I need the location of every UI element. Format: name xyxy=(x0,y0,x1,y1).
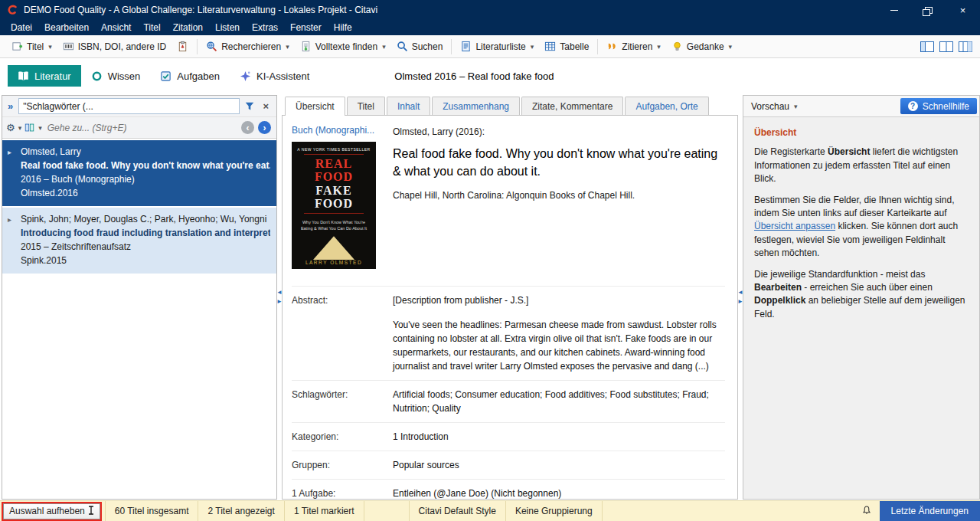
isbn-doi-button[interactable]: ISBN, DOI, andere ID xyxy=(57,38,172,54)
clear-selection-button[interactable]: Auswahl aufheben xyxy=(3,503,100,519)
field-label: Schlagwörter: xyxy=(292,388,385,415)
tab-inhalt[interactable]: Inhalt xyxy=(387,97,430,115)
columns-icon[interactable] xyxy=(24,122,35,133)
tab-zitate-kommentare[interactable]: Zitate, Kommentare xyxy=(521,97,623,115)
tab-literatur[interactable]: Literatur xyxy=(8,65,81,87)
record-header: Buch (Monographi... A NEW YORK TIMES BES… xyxy=(292,125,725,286)
suchen-button[interactable]: Suchen xyxy=(391,38,449,54)
caret-down-icon: ▾ xyxy=(657,43,661,51)
menu-datei[interactable]: Datei xyxy=(5,21,38,34)
restore-button[interactable] xyxy=(911,0,946,20)
status-citation-style[interactable]: Citavi Default Style xyxy=(410,501,506,521)
separator xyxy=(597,39,598,54)
gear-icon[interactable]: ⚙ xyxy=(6,122,15,133)
record-publisher[interactable]: Chapel Hill, North Carolina: Algonquin B… xyxy=(393,190,725,201)
caret-down-icon: ▾ xyxy=(382,43,386,51)
last-changes-label: Letzte Änderungen xyxy=(891,506,969,516)
book-cover[interactable]: A NEW YORK TIMES BESTSELLER REAL FOOD FA… xyxy=(292,142,376,269)
field-label: Kategorien: xyxy=(292,430,385,444)
last-changes-button[interactable]: Letzte Änderungen xyxy=(880,501,980,521)
status-grouping[interactable]: Keine Gruppierung xyxy=(506,501,603,521)
menu-hilfe[interactable]: Hilfe xyxy=(328,21,358,34)
abstract-text: You've seen the headlines: Parmesan chee… xyxy=(393,318,725,373)
status-empty-cell xyxy=(364,501,410,521)
reference-meta: 2016 – Buch (Monographie) xyxy=(21,172,270,186)
status-total-titles: 60 Titel insgesamt xyxy=(105,501,199,521)
layout-three-pane-icon[interactable] xyxy=(957,39,974,54)
menu-extras[interactable]: Extras xyxy=(246,21,284,34)
tab-aufgaben-orte[interactable]: Aufgaben, Orte xyxy=(625,97,708,115)
reference-type-link[interactable]: Buch (Monographi... xyxy=(292,125,374,136)
barcode-icon xyxy=(63,41,74,52)
clipboard-icon xyxy=(177,41,188,52)
menu-bearbeiten[interactable]: Bearbeiten xyxy=(38,21,95,34)
field-value[interactable]: Popular sources xyxy=(393,458,725,472)
reference-authors: Spink, John; Moyer, Douglas C.; Park, Hy… xyxy=(21,212,270,226)
separator xyxy=(197,39,198,54)
quickhelp-button[interactable]: ? Schnellhilfe xyxy=(900,98,977,114)
tab-uebersicht[interactable]: Übersicht xyxy=(285,97,345,116)
zitieren-button[interactable]: Zitieren ▾ xyxy=(601,38,666,54)
caret-down-icon: ▾ xyxy=(794,103,798,110)
menu-titel[interactable]: Titel xyxy=(137,21,166,34)
status-marked-titles: 1 Titel markiert xyxy=(285,501,364,521)
field-value[interactable]: Entleihen (@Jane Doe) (Nicht begonnen) xyxy=(393,487,725,500)
workspace-nav: Literatur Wissen Aufgaben KI-Assistent O… xyxy=(0,58,980,93)
close-button[interactable]: × xyxy=(946,0,980,20)
uebersicht-anpassen-help-link[interactable]: Übersicht anpassen xyxy=(754,221,835,231)
menu-fenster[interactable]: Fenster xyxy=(284,21,328,34)
expander-icon[interactable]: ▸ xyxy=(8,213,11,227)
help-paragraph: Die Registerkarte Übersicht liefert die … xyxy=(754,146,969,185)
main-toolbar: Titel ▾ ISBN, DOI, andere ID Recherchier… xyxy=(0,35,980,58)
volltexte-button[interactable]: Volltexte finden ▾ xyxy=(295,38,391,54)
menu-zitation[interactable]: Zitation xyxy=(167,21,209,34)
detail-panel: Übersicht Titel Inhalt Zusammenhang Zita… xyxy=(282,95,738,500)
literaturliste-button[interactable]: Literaturliste ▾ xyxy=(455,38,539,54)
tabelle-button[interactable]: Tabelle xyxy=(539,38,594,54)
list-filter-row: » × xyxy=(2,96,276,117)
record-full-title[interactable]: Real food fake food. Why you don't know … xyxy=(393,145,725,180)
tab-titel[interactable]: Titel xyxy=(347,97,385,115)
overview-content: Buch (Monographi... A NEW YORK TIMES BES… xyxy=(282,115,738,500)
titel-button[interactable]: Titel ▾ xyxy=(6,38,57,54)
lightbulb-icon xyxy=(671,41,683,52)
history-forward-button[interactable]: › xyxy=(258,121,271,134)
tab-aufgaben[interactable]: Aufgaben xyxy=(150,65,230,87)
goto-input[interactable] xyxy=(44,120,239,135)
reference-meta: 2015 – Zeitschriftenaufsatz xyxy=(21,240,270,254)
tab-zusammenhang[interactable]: Zusammenhang xyxy=(432,97,520,115)
gedanke-button[interactable]: Gedanke ▾ xyxy=(666,38,737,54)
filter-funnel-icon[interactable] xyxy=(243,100,255,112)
preview-header: Vorschau ▾ ? Schnellhilfe xyxy=(743,96,979,117)
field-label: Gruppen: xyxy=(292,458,385,472)
field-value[interactable]: [Description from publisher - J.S.] You'… xyxy=(393,293,725,373)
book-icon xyxy=(18,70,29,82)
clipboard-import-button[interactable] xyxy=(172,38,194,54)
minimize-button[interactable] xyxy=(877,0,911,20)
list-search-input[interactable] xyxy=(18,98,240,114)
tab-ki-assistent-label: KI-Assistent xyxy=(256,70,309,82)
reference-list: ▸ Olmsted, Larry Real food fake food. Wh… xyxy=(2,139,276,499)
volltexte-button-label: Volltexte finden xyxy=(315,41,377,52)
menu-ansicht[interactable]: Ansicht xyxy=(95,21,137,34)
record-author-year[interactable]: Olmsted, Larry (2016): xyxy=(393,126,725,137)
tab-ki-assistent[interactable]: KI-Assistent xyxy=(230,65,319,87)
recherchieren-button[interactable]: Recherchieren ▾ xyxy=(201,38,295,54)
layout-two-pane-icon[interactable] xyxy=(938,39,955,54)
history-back-button[interactable]: ‹ xyxy=(241,121,254,134)
preview-dropdown[interactable]: Vorschau xyxy=(751,101,789,112)
layout-left-pane-icon[interactable] xyxy=(919,39,936,54)
menu-listen[interactable]: Listen xyxy=(209,21,246,34)
field-value[interactable]: 1 Introduction xyxy=(393,430,725,444)
field-value[interactable]: Artificial foods; Consumer education; Fo… xyxy=(393,388,725,415)
cover-rule xyxy=(304,213,364,214)
clear-filter-icon[interactable]: × xyxy=(259,100,273,112)
notifications-button[interactable] xyxy=(854,505,880,518)
tab-wissen[interactable]: Wissen xyxy=(81,65,151,87)
reference-list-item[interactable]: ▸ Olmsted, Larry Real food fake food. Wh… xyxy=(2,140,276,206)
collapse-panel-icon[interactable]: » xyxy=(6,100,15,112)
expander-icon[interactable]: ▸ xyxy=(8,146,11,159)
reference-list-item[interactable]: ▸ Spink, John; Moyer, Douglas C.; Park, … xyxy=(2,208,276,274)
status-bar: Auswahl aufheben 60 Titel insgesamt 2 Ti… xyxy=(0,500,980,521)
help-icon: ? xyxy=(908,101,918,111)
